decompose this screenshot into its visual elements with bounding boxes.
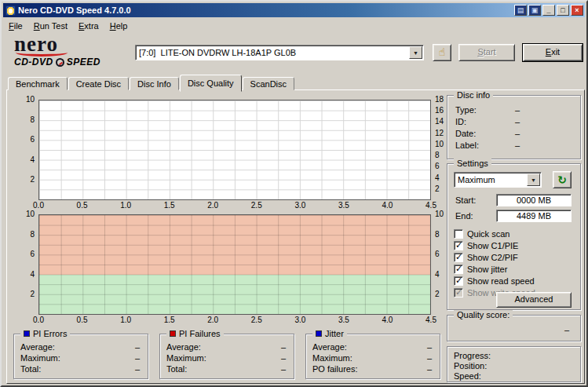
pie-total-value: – — [135, 364, 140, 374]
show-c1-pie-label: Show C1/PIE — [467, 241, 518, 250]
disc-date-label: Date: — [455, 129, 476, 138]
pif-total-value: – — [281, 364, 286, 374]
disc-quality-page: 108642 18161412108642 0.00.51.01.52.02.5… — [6, 89, 585, 384]
show-jitter-checkbox[interactable]: Show jitter — [454, 264, 507, 275]
error-rate-chart: 108642 18161412108642 0.00.51.01.52.02.5… — [13, 100, 453, 211]
advanced-button[interactable]: Advanced — [496, 292, 572, 308]
quick-scan-checkbox[interactable]: Quick scan — [454, 228, 509, 239]
jitter-average-label: Average: — [312, 342, 347, 352]
close-button[interactable]: × — [571, 5, 583, 16]
pi-errors-group: PI Errors Average:– Maximum:– Total:– — [13, 334, 148, 379]
jitter-title: Jitter — [325, 329, 344, 338]
start-button[interactable]: Start — [458, 44, 515, 61]
jitter-color-icon — [316, 330, 322, 337]
speedometer-icon — [56, 58, 64, 67]
jitter-group: Jitter Average:– Maximum:– PO failures:– — [305, 334, 440, 379]
show-read-speed-checkbox[interactable]: Show read speed — [454, 276, 535, 287]
pi-failures-title: PI Failures — [179, 329, 221, 338]
checkbox-icon — [454, 265, 463, 274]
jitter-average-value: – — [427, 342, 432, 352]
maximize-button[interactable]: □ — [557, 5, 569, 16]
settings-title: Settings — [454, 159, 491, 168]
hand-pointer-icon: ☝ — [439, 46, 446, 58]
show-c2-pif-checkbox[interactable]: Show C2/PIF — [454, 252, 518, 263]
exit-button[interactable]: Exit — [523, 44, 583, 61]
jitter-maximum-label: Maximum: — [312, 353, 352, 363]
disc-info-title: Disc info — [454, 90, 493, 100]
pif-average-value: – — [281, 342, 286, 352]
chevron-down-icon[interactable]: ▼ — [527, 173, 540, 186]
checkbox-icon — [454, 253, 463, 262]
disc-date-value: – — [515, 129, 520, 138]
disc-id-label: ID: — [455, 117, 466, 126]
menu-help[interactable]: Help — [104, 20, 133, 32]
logo-cddvd-text: CD-DVD — [14, 57, 53, 68]
logo-speed-text: SPEED — [67, 57, 100, 68]
app-window: Nero CD-DVD Speed 4.7.0.0 ▤ ▣ _ □ × File… — [0, 0, 588, 387]
refresh-icon: ↻ — [557, 173, 567, 186]
app-icon — [5, 5, 16, 16]
titlebar: Nero CD-DVD Speed 4.7.0.0 ▤ ▣ _ □ × — [3, 3, 585, 17]
refresh-button[interactable]: ↻ — [553, 171, 572, 188]
pi-failures-color-icon — [170, 330, 176, 337]
pif-total-label: Total: — [166, 364, 187, 374]
show-c1-pie-checkbox[interactable]: Show C1/PIE — [454, 240, 518, 251]
quality-chart-left-axis: 108642 — [13, 214, 38, 315]
menu-extra[interactable]: Extra — [73, 20, 104, 32]
pif-maximum-value: – — [281, 353, 286, 363]
tab-disc-info[interactable]: Disc Info — [130, 77, 179, 90]
nero-logo: nero CD-DVD SPEED — [14, 35, 132, 71]
show-jitter-label: Show jitter — [467, 265, 507, 274]
progress-group: Progress: Position: Speed: — [447, 346, 581, 382]
quality-zone-chart: 108642 108642 0.00.51.01.52.02.53.03.54.… — [13, 214, 453, 326]
start-mb-label: Start: — [455, 195, 476, 205]
disc-label-value: – — [515, 141, 520, 150]
pif-maximum-label: Maximum: — [166, 353, 206, 363]
quality-score-title: Quality score: — [454, 310, 513, 319]
disc-type-label: Type: — [455, 105, 477, 115]
progress-label: Progress: — [454, 351, 491, 360]
window-title: Nero CD-DVD Speed 4.7.0.0 — [18, 5, 514, 15]
pie-average-label: Average: — [20, 342, 55, 352]
error-plot — [38, 100, 431, 200]
speed-mode-value: Maximum — [458, 175, 495, 184]
menu-run-test[interactable]: Run Test — [28, 20, 73, 32]
settings-group: Settings Maximum ▼ ↻ Start: 0000 MB End:… — [447, 163, 581, 310]
speed-mode-selector[interactable]: Maximum ▼ — [454, 172, 542, 188]
drive-selector[interactable]: [7:0] LITE-ON DVDRW LH-18A1P GL0B ▼ — [135, 45, 424, 60]
jitter-maximum-value: – — [427, 353, 432, 363]
autostart-hand-button[interactable]: ☝ — [433, 44, 451, 61]
checkbox-icon — [454, 241, 463, 250]
menu-file[interactable]: File — [3, 20, 28, 32]
show-read-speed-label: Show read speed — [467, 276, 535, 286]
tab-scandisc[interactable]: ScanDisc — [243, 77, 294, 90]
tab-benchmark[interactable]: Benchmark — [8, 77, 68, 90]
pi-errors-color-icon — [24, 330, 30, 337]
pi-errors-title: PI Errors — [33, 329, 67, 338]
tab-disc-quality[interactable]: Disc Quality — [180, 75, 242, 92]
chevron-down-icon[interactable]: ▼ — [409, 46, 422, 59]
pie-maximum-value: – — [135, 353, 140, 363]
quality-plot — [38, 214, 431, 315]
minimize-button[interactable]: _ — [542, 5, 555, 16]
start-mb-field[interactable]: 0000 MB — [496, 194, 572, 206]
nero-swoosh-icon — [16, 49, 68, 57]
tab-bar: Benchmark Create Disc Disc Info Disc Qua… — [8, 75, 295, 90]
disc-label-label: Label: — [455, 141, 479, 150]
ime-pad-icon[interactable]: ▣ — [528, 5, 541, 16]
pie-average-value: – — [135, 342, 140, 352]
pie-maximum-label: Maximum: — [20, 353, 60, 363]
checkbox-icon — [454, 288, 463, 298]
disc-info-group: Disc info Type:– ID:– Date:– Label:– — [447, 95, 581, 159]
drive-selector-value: [7:0] LITE-ON DVDRW LH-18A1P GL0B — [139, 48, 296, 57]
end-mb-field[interactable]: 4489 MB — [496, 210, 572, 222]
ime-keyboard-icon[interactable]: ▤ — [514, 5, 527, 16]
error-chart-left-axis: 108642 — [13, 100, 38, 200]
tab-create-disc[interactable]: Create Disc — [68, 77, 129, 90]
po-failures-value: – — [427, 364, 432, 374]
disc-id-value: – — [515, 117, 520, 126]
checkbox-icon — [454, 276, 463, 286]
pie-total-label: Total: — [20, 364, 41, 374]
disc-type-value: – — [515, 105, 520, 115]
pi-failures-group: PI Failures Average:– Maximum:– Total:– — [159, 334, 294, 379]
